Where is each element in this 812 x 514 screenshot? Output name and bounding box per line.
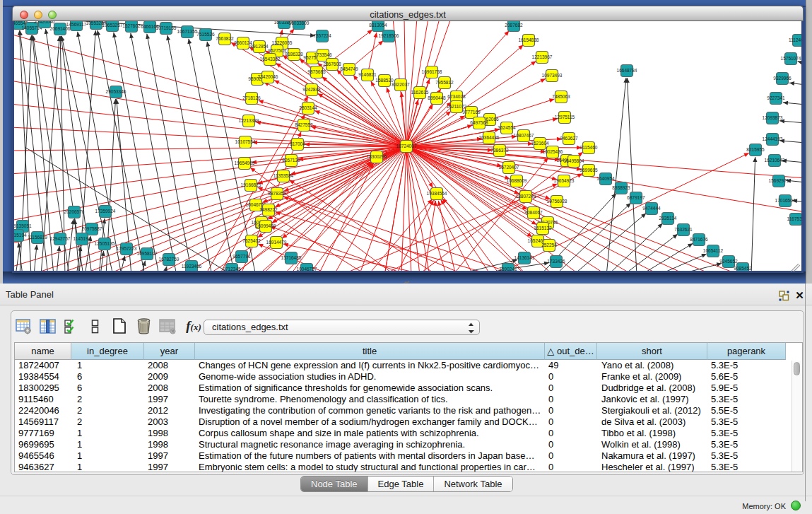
graph-node-label: 15720407 [499,165,519,170]
tab-network-table[interactable]: Network Table [434,477,512,491]
graph-node-label: 20364436 [479,135,500,140]
memory-status-label: Memory: OK [742,502,786,510]
graph-node-label: 9085452 [734,266,752,271]
table-row[interactable]: 946362711997Embryonic stem cells: a mode… [15,462,802,472]
graph-node-label: 17957223 [117,246,137,251]
graph-node-label: 9146821 [358,72,377,77]
tab-node-table[interactable]: Node Table [301,477,368,491]
table-cell: 1 [77,360,143,371]
graph-node-label: 15716485 [281,255,302,260]
table-cell: 0 [548,382,596,394]
table-cell: 0 [548,462,596,472]
table-cell: Structural magnetic resonance image aver… [199,439,543,450]
table-row[interactable]: 2242004622012Investigating the contribut… [15,405,802,416]
graph-node-label: 7485063 [552,94,570,99]
graph-node-label: 11353584 [273,173,294,178]
graph-node-label: 10958107 [137,251,158,256]
table-cell: 1 [77,462,143,472]
table-cell: 1997 [148,394,194,405]
float-panel-icon[interactable] [779,291,789,301]
table-cell: 0 [548,394,596,405]
column-header-4[interactable]: △ out_de… [545,343,597,360]
network-file-dropdown[interactable]: citations_edges.txt [204,320,480,335]
graph-node-label: 19166825 [241,182,261,187]
graph-node-label: 9115460 [580,145,598,150]
table-row[interactable]: 1872400712008Changes of HCN gene express… [15,360,802,371]
new-document-icon[interactable] [111,317,128,334]
column-header-5[interactable]: short [597,343,707,360]
table-cell: Tourette syndrome. Phenomenology and cla… [199,394,543,405]
graph-node-label: 1527602 [122,23,141,28]
close-panel-icon[interactable]: ✕ [794,290,805,301]
table-cell: Hescheler et al. (1997) [601,462,706,472]
column-select-icon[interactable] [39,317,56,334]
column-header-1[interactable]: in_degree [71,343,144,360]
network-canvas[interactable]: 9465546140557142242004620691406145691171… [14,21,801,271]
tab-edge-table[interactable]: Edge Table [368,477,435,491]
table-disabled-icon[interactable] [159,317,176,334]
row-check-icon[interactable] [63,317,80,334]
table-cell: 2 [77,416,143,428]
row-height-icon[interactable] [87,317,104,334]
graph-node-label: 10807467 [514,133,534,138]
table-row[interactable]: 1456911722003Disruption of a novel membe… [15,416,802,428]
graph-node-label: 17359924 [95,209,116,214]
graph-node-label: 8471676 [690,237,708,242]
column-header-0[interactable]: name [15,343,71,360]
graph-node-label: 9474444 [642,206,661,211]
table-cell: de Silva et al. (2003) [601,416,706,428]
graph-node-label: 8813054 [369,23,387,28]
table-settings-icon[interactable] [15,317,32,334]
graph-node-label: 23420046 [258,74,278,79]
graph-node-label: 12213967 [532,54,553,59]
table-cell: 5.3E-5 [711,416,784,428]
graph-node-label: 1733426 [547,259,565,264]
graph-node-label: 16033809 [289,21,310,25]
graph-node-label: 10046757 [297,267,317,271]
graph-node-label: 2935114 [659,216,677,221]
table-cell: 0 [548,405,596,416]
table-cell: Corpus callosum shape and size in male p… [199,428,543,439]
table-row[interactable]: 969969511998Structural magnetic resonanc… [15,439,802,450]
graph-node-label: 1162615 [411,90,429,95]
column-header-3[interactable]: title [195,343,545,360]
network-desktop: citations_edges.txt 94655461405571422420… [0,0,812,284]
function-builder-icon[interactable]: f(x) [183,318,204,334]
column-header-2[interactable]: year [144,343,195,360]
fx-x: (x) [191,322,201,332]
table-cell: 6 [77,371,143,382]
scrollbar-thumb[interactable] [794,362,800,375]
graph-node-label: 10973493 [542,73,563,78]
network-window[interactable]: citations_edges.txt 94655461405571422420… [12,6,804,273]
graph-node-label: 7590241 [499,267,517,271]
graph-node-label: 9527503 [268,48,286,53]
table-cell: Nakamura et al. (1997) [601,450,706,462]
column-header-6[interactable]: pagerank [707,343,786,360]
table-cell: 9463627 [18,462,70,472]
table-cell: 2003 [148,416,194,428]
table-cell: Dudbridge et al. (2008) [601,382,706,394]
graph-node-label: 12505135 [95,241,115,246]
table-panel: Table Panel ✕ f(x) citations_edges.txt n… [0,284,812,514]
table-row[interactable]: 946554611997Estimation of the future num… [15,450,802,462]
table-panel-title: Table Panel [6,289,54,300]
graph-node-label: 19654923 [554,178,575,183]
table-row[interactable]: 1830029562008Estimation of significance … [15,382,802,394]
delete-icon[interactable] [135,317,152,334]
graph-node-label: 19218506 [379,33,399,38]
graph-node-label: 7357224 [313,33,331,38]
table-row[interactable]: 911546021997Tourette syndrome. Phenomeno… [15,394,802,405]
graph-node-label: 10107554 [235,139,256,144]
vertical-scrollbar[interactable] [792,361,801,472]
table-row[interactable]: 1938455462009Genome-wide association stu… [15,371,802,382]
network-window-titlebar[interactable]: citations_edges.txt [12,6,804,21]
table-cell: 2 [77,394,143,405]
window-resize-grip[interactable] [791,262,800,269]
graph-node-label: 3915194 [14,233,27,238]
graph-node-label: 15751074 [781,56,801,61]
graph-node-label: 16495804 [564,158,584,163]
graph-node-label: 8912954 [250,44,269,49]
network-graph[interactable]: 9465546140557142242004620691406145691171… [14,21,801,271]
table-cell: 49 [548,360,596,371]
table-row[interactable]: 977716911998Corpus callosum shape and si… [15,428,802,439]
